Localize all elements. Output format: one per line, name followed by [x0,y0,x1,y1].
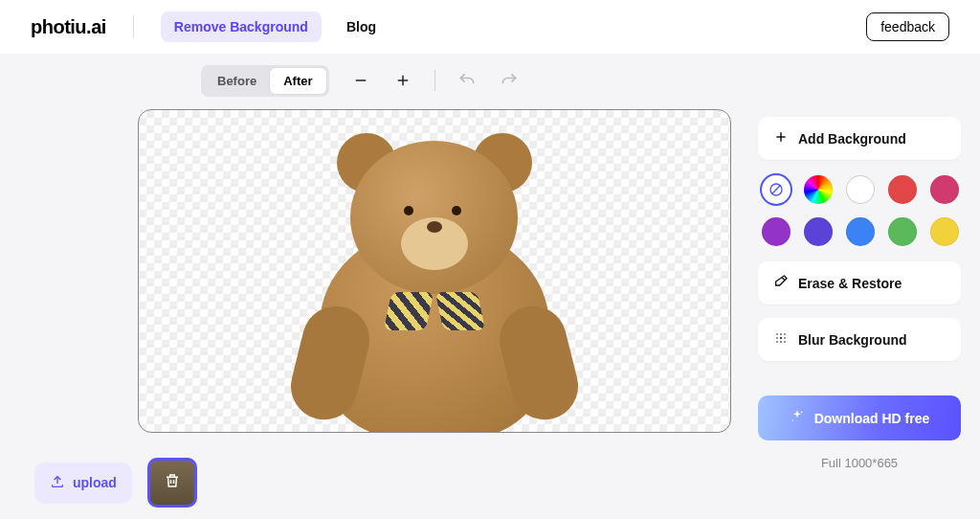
download-button[interactable]: Download HD free [758,395,961,440]
svg-point-14 [776,341,778,343]
svg-point-10 [784,333,786,335]
upload-label: upload [73,475,117,490]
image-dimensions: Full 1000*665 [758,456,961,470]
swatch-red[interactable] [888,175,917,204]
before-after-toggle: Before After [201,65,329,97]
erase-restore-label: Erase & Restore [798,276,902,291]
sparkle-icon [790,409,805,427]
svg-point-9 [780,333,782,335]
upload-icon [50,474,65,492]
divider [434,70,435,91]
svg-line-6 [771,185,780,193]
blur-icon [773,330,789,349]
redo-icon[interactable] [499,70,520,91]
download-label: Download HD free [814,411,930,426]
trash-icon [164,472,181,493]
nav-remove-background[interactable]: Remove Background [161,11,322,42]
swatch-yellow[interactable] [930,217,959,246]
before-tab[interactable]: Before [204,68,270,94]
nav-blog[interactable]: Blog [346,19,376,34]
eraser-icon [773,274,789,292]
blur-background-button[interactable]: Blur Background [758,318,961,361]
blur-background-label: Blur Background [798,332,907,348]
svg-point-17 [801,411,803,413]
erase-restore-button[interactable]: Erase & Restore [758,261,961,305]
swatch-transparent[interactable] [762,175,791,204]
zoom-in-icon[interactable] [392,70,413,91]
zoom-out-icon[interactable] [350,70,371,91]
add-background-label: Add Background [798,131,906,147]
logo[interactable]: photiu.ai [31,16,106,38]
swatch-white[interactable] [846,175,875,204]
upload-button[interactable]: upload [34,463,132,504]
color-palette [758,173,961,248]
svg-line-7 [782,278,785,281]
svg-point-13 [784,337,786,339]
undo-icon[interactable] [457,70,478,91]
add-background-button[interactable]: Add Background [758,117,961,160]
svg-point-8 [776,333,778,335]
svg-point-18 [791,419,792,420]
swatch-blue[interactable] [846,217,875,246]
divider [133,15,134,38]
swatch-green[interactable] [888,217,917,246]
svg-point-15 [780,341,782,343]
subject-image [291,133,578,433]
svg-point-16 [784,341,786,343]
swatch-purple[interactable] [762,217,791,246]
feedback-button[interactable]: feedback [866,12,949,41]
svg-point-12 [780,337,782,339]
delete-thumbnail-overlay[interactable] [150,461,194,505]
after-tab[interactable]: After [270,68,325,94]
image-thumbnail[interactable] [147,458,197,508]
plus-icon [773,129,789,147]
image-canvas[interactable] [138,109,731,433]
swatch-pink[interactable] [930,175,959,204]
svg-point-11 [776,337,778,339]
swatch-indigo[interactable] [804,217,833,246]
swatch-custom-color[interactable] [804,175,833,204]
